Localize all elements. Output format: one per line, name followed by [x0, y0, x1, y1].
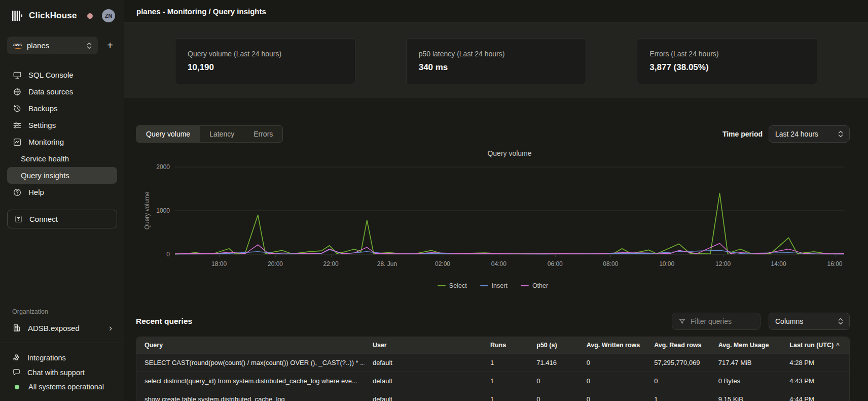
- table-cell: 57,295,770,069: [646, 354, 710, 372]
- sidebar: ClickHouse ZN aws planes + SQL Console D…: [0, 0, 124, 401]
- integrations-label: Integrations: [27, 354, 66, 362]
- connect-button[interactable]: Connect: [7, 210, 117, 228]
- x-tick-label: 20:00: [268, 260, 283, 268]
- column-header-query[interactable]: Query: [136, 337, 365, 353]
- sidebar-item-label: Monitoring: [28, 138, 64, 146]
- chart-title: Query volume: [175, 149, 844, 157]
- x-tick-mark: [723, 255, 724, 257]
- x-tick-mark: [219, 255, 220, 257]
- query-volume-chart: Query volume Query volume SelectInsertOt…: [136, 143, 850, 292]
- x-tick-mark: [555, 255, 556, 257]
- sidebar-item-label: Service health: [21, 154, 69, 163]
- table-cell: 71.416: [528, 354, 578, 372]
- sidebar-item-query-insights[interactable]: Query insights: [7, 167, 117, 184]
- time-period-value: Last 24 hours: [775, 130, 818, 138]
- chart-icon: [12, 137, 22, 147]
- table-cell: 1: [646, 390, 710, 401]
- table-row[interactable]: show create table system.distributed_cac…: [136, 390, 849, 401]
- x-tick-mark: [331, 255, 332, 257]
- columns-value: Columns: [775, 317, 803, 325]
- sidebar-item-help[interactable]: Help: [7, 184, 117, 201]
- globe-icon: [12, 87, 22, 96]
- sidebar-item-sql-console[interactable]: SQL Console: [7, 66, 117, 83]
- sidebar-item-label: Backups: [28, 104, 58, 113]
- sidebar-item-monitoring[interactable]: Monitoring: [7, 133, 117, 150]
- recent-queries-title: Recent queries: [136, 317, 192, 326]
- table-cell: default: [365, 354, 482, 372]
- column-header-runs[interactable]: Runs: [482, 337, 528, 353]
- table-cell: select distrinct(query_id) from system.d…: [136, 372, 365, 390]
- tab-latency[interactable]: Latency: [200, 126, 244, 142]
- sidebar-item-label: Query insights: [21, 171, 69, 180]
- table-cell: 1: [482, 372, 528, 390]
- column-header-p50-s-[interactable]: p50 (s): [528, 337, 578, 353]
- table-cell: 1: [482, 390, 528, 401]
- table-row[interactable]: SELECT CAST(round(pow(count() / max(coun…: [136, 353, 849, 372]
- x-tick-mark: [387, 255, 387, 257]
- x-tick-label: 02:00: [435, 260, 450, 268]
- table-cell: 9.15 KiB: [710, 390, 782, 401]
- y-tick-label: 2000: [148, 163, 170, 171]
- tab-query-volume[interactable]: Query volume: [136, 126, 200, 142]
- stat-label: p50 latency (Last 24 hours): [419, 50, 574, 58]
- chart-plot-area: [175, 167, 844, 254]
- table-header-row: QueryUserRunsp50 (s)Avg. Written rowsAvg…: [136, 337, 849, 353]
- table-cell: SELECT CAST(round(pow(count() / max(coun…: [136, 354, 365, 372]
- table-cell: 0: [578, 372, 646, 390]
- table-cell: default: [365, 372, 482, 390]
- organization-name: ADSB.exposed: [28, 324, 80, 332]
- help-icon: [12, 187, 22, 197]
- x-tick-label: 14:00: [771, 260, 786, 268]
- chart-legend: SelectInsertOther: [136, 282, 850, 289]
- column-header-last-run-utc-[interactable]: Last run (UTC)^: [781, 337, 849, 353]
- sidebar-item-backups[interactable]: Backups: [7, 100, 117, 117]
- sidebar-item-settings[interactable]: Settings: [7, 117, 117, 133]
- table-cell: 1: [482, 354, 528, 372]
- sort-asc-icon: ^: [836, 342, 839, 348]
- filter-queries-box: [672, 313, 761, 330]
- sidebar-nav: SQL Console Data sources Backups Setting…: [7, 66, 117, 201]
- add-service-button[interactable]: +: [103, 39, 117, 53]
- system-status[interactable]: All systems operational: [7, 380, 117, 394]
- filter-queries-input[interactable]: [691, 317, 754, 325]
- aws-icon: aws: [13, 42, 22, 49]
- restore-icon: [12, 104, 22, 113]
- sidebar-item-label: SQL Console: [28, 71, 74, 79]
- series-select: [175, 193, 844, 254]
- x-tick-label: 18:00: [211, 260, 227, 268]
- chevron-updown-icon: [838, 318, 843, 325]
- integrations-link[interactable]: Integrations: [7, 350, 117, 365]
- chat-support-link[interactable]: Chat with support: [7, 365, 117, 380]
- topbar: planes - Monitoring / Query insights: [124, 0, 868, 23]
- sidebar-item-label: Help: [28, 188, 44, 196]
- chevron-updown-icon: [87, 42, 92, 49]
- sidebar-item-data-sources[interactable]: Data sources: [7, 83, 117, 100]
- columns-select[interactable]: Columns: [769, 313, 850, 330]
- column-header-avg-written-rows[interactable]: Avg. Written rows: [578, 337, 646, 353]
- organization-selector[interactable]: ADSB.exposed ›: [7, 321, 117, 335]
- y-tick-label: 1000: [148, 207, 170, 214]
- chat-bubble-icon: [12, 368, 21, 377]
- column-header-user[interactable]: User: [365, 337, 482, 353]
- tab-errors[interactable]: Errors: [244, 126, 282, 142]
- avatar[interactable]: ZN: [102, 9, 115, 22]
- time-period-select[interactable]: Last 24 hours: [769, 125, 850, 143]
- legend-item-select[interactable]: Select: [438, 282, 467, 289]
- table-cell: 717.47 MiB: [710, 354, 782, 372]
- main-area: planes - Monitoring / Query insights Que…: [124, 0, 868, 401]
- service-selector[interactable]: aws planes: [7, 37, 98, 54]
- notification-dot: [87, 13, 93, 19]
- sidebar-header: ClickHouse ZN: [7, 6, 117, 25]
- stats-band: Query volume (Last 24 hours) 10,190 p50 …: [124, 23, 868, 98]
- column-header-avg-mem-usage[interactable]: Avg. Mem Usage: [710, 337, 782, 353]
- column-header-avg-read-rows[interactable]: Avg. Read rows: [646, 337, 710, 353]
- legend-item-insert[interactable]: Insert: [480, 282, 508, 289]
- logo-text: ClickHouse: [29, 11, 77, 21]
- x-tick-label: 28. Jun: [377, 260, 397, 268]
- chat-support-label: Chat with support: [27, 369, 85, 377]
- x-tick-mark: [610, 255, 611, 257]
- table-row[interactable]: select distrinct(query_id) from system.d…: [136, 372, 849, 390]
- legend-item-other[interactable]: Other: [521, 282, 548, 289]
- sidebar-item-service-health[interactable]: Service health: [7, 150, 117, 167]
- x-tick-label: 10:00: [659, 260, 674, 268]
